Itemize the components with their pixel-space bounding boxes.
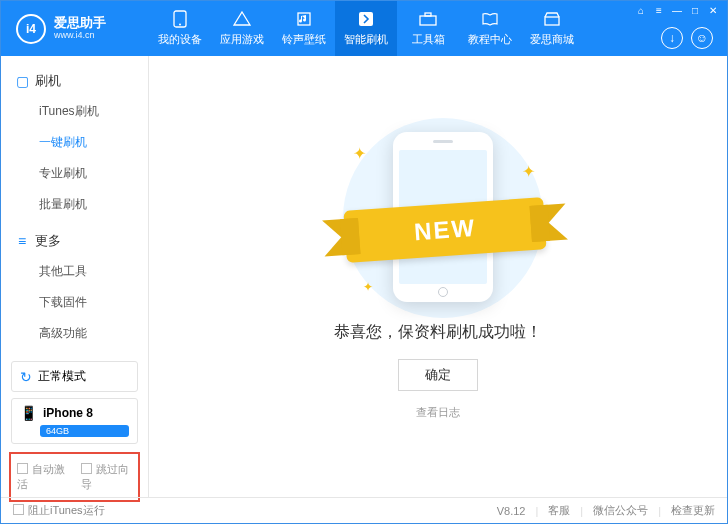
app-header: i4 爱思助手 www.i4.cn 我的设备 应用游戏 铃声壁纸 智能刷机: [1, 1, 727, 56]
nav-ringtones[interactable]: 铃声壁纸: [273, 1, 335, 56]
option-skip-wizard[interactable]: 跳过向导: [81, 462, 133, 492]
checkbox-icon[interactable]: [81, 463, 92, 474]
app-name: 爱思助手: [54, 16, 106, 30]
nav-tutorials[interactable]: 教程中心: [459, 1, 521, 56]
nav-shop[interactable]: 爱思商城: [521, 1, 583, 56]
device-mode-box[interactable]: ↻ 正常模式: [11, 361, 138, 392]
footer-link-wechat[interactable]: 微信公众号: [593, 503, 648, 518]
storage-badge: 64GB: [40, 425, 129, 437]
nav-label: 应用游戏: [220, 32, 264, 47]
svg-rect-5: [425, 13, 431, 16]
nav-label: 智能刷机: [344, 32, 388, 47]
device-box[interactable]: 📱 iPhone 8 64GB: [11, 398, 138, 444]
option-block-itunes[interactable]: 阻止iTunes运行: [13, 503, 105, 518]
option-auto-activate[interactable]: 自动激活: [17, 462, 69, 492]
window-close-icon[interactable]: ✕: [707, 5, 719, 16]
download-button[interactable]: ↓: [661, 27, 683, 49]
device-name: iPhone 8: [43, 406, 93, 420]
sidebar-item-other-tools[interactable]: 其他工具: [1, 256, 148, 287]
more-group-icon: ≡: [15, 233, 29, 249]
svg-point-1: [179, 24, 181, 26]
footer-link-update[interactable]: 检查更新: [671, 503, 715, 518]
sidebar-item-download-fw[interactable]: 下载固件: [1, 287, 148, 318]
sidebar-item-itunes-flash[interactable]: iTunes刷机: [1, 96, 148, 127]
nav-flash[interactable]: 智能刷机: [335, 1, 397, 56]
window-min-icon[interactable]: —: [671, 5, 683, 16]
user-button[interactable]: ☺: [691, 27, 713, 49]
window-skin-icon[interactable]: ⌂: [635, 5, 647, 16]
nav-tools[interactable]: 工具箱: [397, 1, 459, 56]
app-url: www.i4.cn: [54, 31, 106, 41]
phone-icon: [170, 10, 190, 28]
header-round-buttons: ↓ ☺: [661, 27, 713, 49]
group-title: 更多: [35, 232, 61, 250]
flash-icon: [356, 10, 376, 28]
success-message: 恭喜您，保资料刷机成功啦！: [334, 322, 542, 343]
nav-label: 爱思商城: [530, 32, 574, 47]
shop-icon: [542, 10, 562, 28]
footer: 阻止iTunes运行 V8.12 | 客服 | 微信公众号 | 检查更新: [1, 497, 727, 523]
svg-rect-6: [545, 17, 559, 25]
version-label: V8.12: [497, 505, 526, 517]
toolbox-icon: [418, 10, 438, 28]
svg-rect-3: [359, 12, 373, 26]
device-icon: 📱: [20, 405, 37, 421]
window-menu-icon[interactable]: ≡: [653, 5, 665, 16]
window-max-icon[interactable]: □: [689, 5, 701, 16]
nav-label: 我的设备: [158, 32, 202, 47]
sidebar-group-more[interactable]: ≡ 更多: [1, 226, 148, 256]
checkbox-icon[interactable]: [13, 504, 24, 515]
logo-icon: i4: [16, 14, 46, 44]
flash-options-highlight: 自动激活 跳过向导: [9, 452, 140, 502]
sparkle-icon: ✦: [363, 280, 373, 294]
sparkle-icon: ✦: [522, 162, 535, 181]
nav-my-device[interactable]: 我的设备: [149, 1, 211, 56]
sidebar-item-onekey-flash[interactable]: 一键刷机: [1, 127, 148, 158]
ok-button[interactable]: 确定: [398, 359, 478, 391]
nav-label: 工具箱: [412, 32, 445, 47]
success-illustration: ✦ ✦ ✦ NEW: [323, 114, 553, 304]
book-icon: [480, 10, 500, 28]
window-controls: ⌂ ≡ — □ ✕: [635, 5, 719, 16]
apps-icon: [232, 10, 252, 28]
group-title: 刷机: [35, 72, 61, 90]
footer-link-support[interactable]: 客服: [548, 503, 570, 518]
logo-area: i4 爱思助手 www.i4.cn: [1, 14, 149, 44]
svg-rect-4: [420, 16, 436, 25]
sidebar: ▢ 刷机 iTunes刷机 一键刷机 专业刷机 批量刷机 ≡ 更多 其他工具 下…: [1, 56, 149, 497]
checkbox-icon[interactable]: [17, 463, 28, 474]
refresh-icon: ↻: [20, 369, 32, 385]
sidebar-item-advanced[interactable]: 高级功能: [1, 318, 148, 349]
sparkle-icon: ✦: [353, 144, 366, 163]
sidebar-group-flash[interactable]: ▢ 刷机: [1, 66, 148, 96]
music-icon: [294, 10, 314, 28]
main-panel: ✦ ✦ ✦ NEW 恭喜您，保资料刷机成功啦！ 确定 查看日志: [149, 56, 727, 497]
nav-label: 教程中心: [468, 32, 512, 47]
flash-group-icon: ▢: [15, 73, 29, 89]
nav-apps[interactable]: 应用游戏: [211, 1, 273, 56]
device-mode-label: 正常模式: [38, 368, 86, 385]
view-log-link[interactable]: 查看日志: [416, 405, 460, 420]
sidebar-item-batch-flash[interactable]: 批量刷机: [1, 189, 148, 220]
sidebar-item-pro-flash[interactable]: 专业刷机: [1, 158, 148, 189]
nav-label: 铃声壁纸: [282, 32, 326, 47]
